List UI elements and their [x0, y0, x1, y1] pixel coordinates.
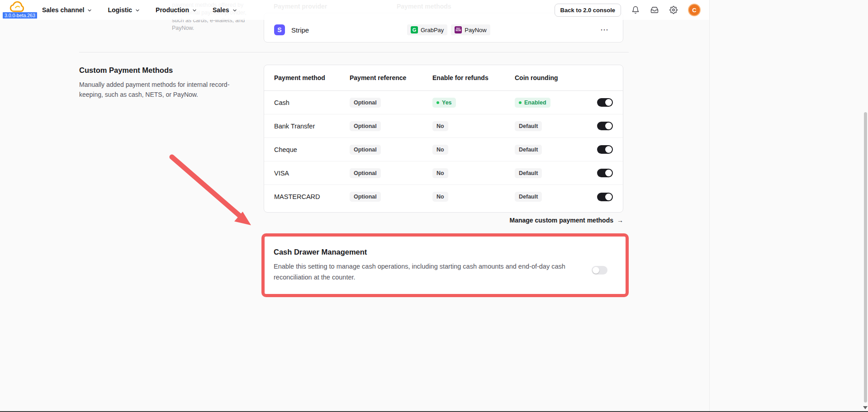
cash-drawer-card: Cash Drawer Management Enable this setti…: [274, 248, 592, 283]
reference-badge: Optional: [350, 121, 381, 131]
nav-item-label: Production: [156, 6, 189, 14]
reference-badge: Optional: [350, 98, 381, 108]
payment-method-name: MASTERCARD: [274, 193, 350, 200]
refunds-badge: No: [432, 168, 448, 178]
nav-item-label: Sales channel: [42, 6, 84, 14]
col-header-payment-reference: Payment reference: [350, 74, 432, 81]
chevron-down-icon: [232, 8, 237, 13]
notifications-bell-icon[interactable]: [631, 5, 640, 14]
toggle-knob: [605, 123, 612, 129]
provider-row-stripe: S Stripe G GrabPay PAY NOW PayNow ⋯: [274, 18, 613, 42]
grabpay-logo-icon: G: [411, 26, 418, 33]
method-badge-label: PayNow: [465, 27, 486, 33]
reference-badge: Optional: [350, 168, 381, 178]
provider-name: Stripe: [291, 26, 309, 34]
cash-drawer-toggle[interactable]: [592, 266, 607, 275]
method-badge-grabpay: G GrabPay: [407, 24, 447, 35]
row-actions-button[interactable]: ⋯: [600, 26, 609, 34]
refunds-badge: No: [432, 145, 448, 155]
rounding-badge: Enabled: [515, 98, 550, 108]
rounding-badge: Default: [515, 121, 542, 131]
cash-drawer-description: Enable this setting to manage cash opera…: [274, 261, 590, 283]
annotation-arrow: [167, 152, 258, 232]
table-row-cheque: Cheque Optional No Default: [264, 138, 623, 161]
row-enable-toggle[interactable]: [597, 98, 613, 107]
custom-payment-methods-table: Payment method Payment reference Enable …: [264, 65, 623, 213]
arrow-right-icon: →: [617, 217, 623, 224]
method-badge-label: GrabPay: [421, 27, 444, 33]
manage-link-label: Manage custom payment methods: [510, 217, 614, 224]
table-header-row: Payment method Payment reference Enable …: [264, 65, 623, 91]
toggle-knob: [605, 194, 612, 200]
payment-method-name: Cash: [274, 99, 350, 106]
custom-payment-methods-description: Manually added payment methods for inter…: [79, 80, 238, 99]
cash-drawer-title: Cash Drawer Management: [274, 248, 592, 256]
main-nav: Sales channel Logistic Production Sales: [42, 6, 237, 14]
user-avatar[interactable]: C: [688, 4, 701, 16]
provider-method-badges: G GrabPay PAY NOW PayNow: [407, 24, 490, 35]
manage-custom-payment-methods-link[interactable]: Manage custom payment methods→: [264, 217, 623, 224]
rounding-badge: Default: [515, 192, 542, 202]
status-dot-icon: [436, 101, 439, 104]
app-logo[interactable]: [9, 1, 27, 13]
nav-item-label: Logistic: [108, 6, 132, 14]
payment-method-name: VISA: [274, 170, 350, 177]
scrollbar-thumb[interactable]: [864, 112, 867, 403]
status-dot-icon: [519, 101, 522, 104]
toggle-knob: [605, 170, 612, 176]
col-header-enable-for-refunds: Enable for refunds: [432, 74, 515, 81]
paynow-logo-icon: PAY NOW: [455, 26, 462, 33]
custom-payment-methods-title: Custom Payment Methods: [79, 66, 173, 75]
table-body: Cash Optional Yes Enabled Bank Transfer …: [264, 91, 623, 208]
payment-method-name: Cheque: [274, 146, 350, 153]
chevron-down-icon: [192, 8, 197, 13]
nav-item-label: Sales: [213, 6, 229, 14]
chevron-down-icon: [135, 8, 140, 13]
header-actions: Back to 2.0 console C: [555, 4, 701, 17]
row-enable-toggle[interactable]: [597, 145, 613, 154]
rounding-badge: Default: [515, 168, 542, 178]
annotation-highlight-box: Cash Drawer Management Enable this setti…: [261, 233, 629, 297]
reference-badge: Optional: [350, 145, 381, 155]
toggle-knob: [605, 146, 612, 153]
refunds-badge: Yes: [432, 98, 456, 108]
rounding-badge: Default: [515, 145, 542, 155]
toggle-knob: [605, 99, 612, 106]
cloud-logo-icon: [9, 1, 26, 13]
settings-gear-icon[interactable]: [669, 5, 678, 14]
stripe-logo-icon: S: [274, 24, 285, 35]
table-row-cash: Cash Optional Yes Enabled: [264, 91, 623, 114]
refunds-badge: No: [432, 121, 448, 131]
nav-item-sales-channel[interactable]: Sales channel: [42, 6, 92, 14]
version-badge: 3.0.0-beta.263: [3, 12, 37, 19]
scrollbar-down-button[interactable]: [863, 406, 868, 409]
app-window-edge: [709, 0, 710, 411]
nav-item-logistic[interactable]: Logistic: [108, 6, 140, 14]
table-row-bank-transfer: Bank Transfer Optional No Default: [264, 114, 623, 138]
row-enable-toggle[interactable]: [597, 193, 613, 201]
table-row-visa: VISA Optional No Default: [264, 161, 623, 185]
nav-item-sales[interactable]: Sales: [213, 6, 237, 14]
chevron-down-icon: [87, 8, 92, 13]
inbox-tray-icon[interactable]: [650, 5, 659, 14]
table-row-mastercard: MASTERCARD Optional No Default: [264, 185, 623, 208]
reference-badge: Optional: [350, 192, 381, 202]
payment-method-name: Bank Transfer: [274, 123, 350, 130]
col-header-coin-rounding: Coin rounding: [515, 74, 587, 81]
refunds-badge: No: [432, 192, 448, 202]
method-badge-paynow: PAY NOW PayNow: [451, 24, 490, 35]
row-enable-toggle[interactable]: [597, 122, 613, 130]
nav-item-production[interactable]: Production: [156, 6, 197, 14]
back-to-console-button[interactable]: Back to 2.0 console: [555, 4, 621, 17]
col-header-payment-method: Payment method: [274, 74, 350, 81]
row-enable-toggle[interactable]: [597, 169, 613, 177]
section-divider: [79, 52, 629, 52]
top-navigation-bar: 3.0.0-beta.263 Sales channel Logistic Pr…: [0, 0, 709, 20]
toggle-knob: [593, 267, 599, 274]
